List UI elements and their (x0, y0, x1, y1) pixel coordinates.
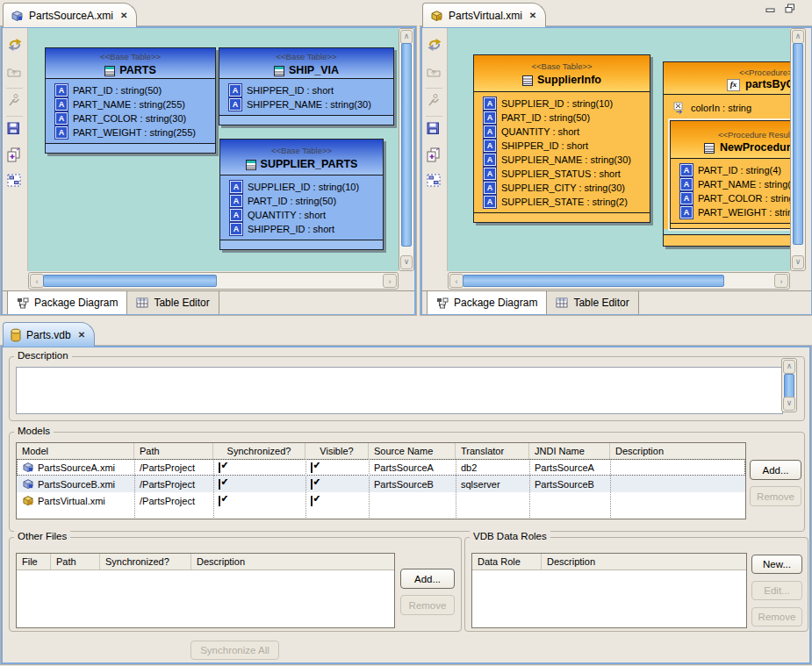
column-header-model[interactable]: Model (17, 443, 134, 459)
model-row-partssourcea[interactable]: PartsSourceA.xmi /PartsProject ✓ ✓ Parts… (17, 459, 745, 476)
scroll-right-button[interactable]: › (383, 274, 397, 288)
checkbox-visible[interactable]: ✓ (311, 479, 313, 490)
diagram-table-ship-via[interactable]: <<Base Table>> SHIP_VIA ASHIPPER_ID : sh… (219, 47, 394, 125)
other-files-table[interactable]: File Path Synchronized? Description (16, 553, 395, 628)
attribute-row[interactable]: ASUPPLIER_ID : string(10) (220, 180, 383, 194)
diagram-result-newprocedureresult[interactable]: <<Procedure Result>> NewProcedureResult … (670, 120, 790, 229)
checkbox-visible[interactable]: ✓ (311, 496, 313, 506)
refresh-icon[interactable] (427, 38, 442, 53)
attribute-row[interactable]: APART_WEIGHT : string(255) (46, 125, 215, 140)
attribute-row[interactable]: ASHIPPER_ID : short (219, 83, 393, 97)
data-roles-remove-button[interactable]: Remove (751, 607, 802, 627)
column-header-jndi-name[interactable]: JNDI Name (529, 443, 610, 459)
parameter-row[interactable]: colorIn : string (664, 95, 790, 120)
other-files-remove-button[interactable]: Remove (400, 595, 455, 615)
scroll-left-button[interactable]: ‹ (30, 274, 44, 288)
scroll-right-button[interactable]: › (774, 274, 788, 288)
diagram-procedure-partsbycolor[interactable]: <<Procedure>> fxpartsByColor colorIn : s… (663, 61, 790, 247)
attribute-row[interactable]: ASUPPLIER_STATE : string(2) (474, 195, 650, 209)
save-diagram-icon[interactable] (7, 122, 23, 137)
preview-data-icon[interactable] (427, 93, 442, 108)
model-row-partsvirtual[interactable]: PartsVirtual.xmi /PartsProject ✓ ✓ (17, 492, 745, 509)
tab-table-editor[interactable]: Table Editor (127, 291, 219, 314)
diagram-layout-icon[interactable] (7, 174, 23, 189)
checkbox-synchronized[interactable]: ✓ (219, 462, 220, 473)
close-icon[interactable]: ✕ (120, 11, 127, 20)
canvas-horizontal-scrollbar[interactable]: ‹ › (448, 272, 790, 290)
scroll-down-button[interactable]: ∨ (783, 397, 795, 411)
column-header-synchronized[interactable]: Synchronized? (100, 554, 191, 569)
scroll-up-button[interactable]: ∧ (783, 360, 795, 374)
refresh-icon[interactable] (7, 38, 23, 53)
up-level-icon[interactable] (7, 66, 23, 81)
clone-diagram-icon[interactable] (7, 147, 23, 162)
scrollbar-thumb[interactable] (793, 43, 803, 245)
attribute-row[interactable]: APART_NAME : string(255) (671, 177, 790, 191)
diagram-table-parts[interactable]: <<Base Table>> PARTS APART_ID : string(5… (45, 47, 216, 154)
attribute-row[interactable]: APART_ID : string(50) (220, 194, 383, 208)
canvas-vertical-scrollbar[interactable]: ∧ ∨ (399, 28, 414, 271)
scroll-up-button[interactable]: ∧ (792, 30, 804, 44)
models-add-button[interactable]: Add... (750, 460, 801, 480)
package-diagram-canvas[interactable]: <<Base Table>> SupplierInfo ASUPPLIER_ID… (448, 28, 790, 271)
tab-parts-vdb[interactable]: Parts.vdb ✕ (3, 322, 95, 347)
column-header-file[interactable]: File (17, 554, 51, 569)
model-row-partssourceb[interactable]: PartsSourceB.xmi /PartsProject ✓ ✓ Parts… (17, 476, 745, 492)
scrollbar-thumb[interactable] (784, 374, 794, 399)
attribute-row[interactable]: ASHIPPER_ID : short (474, 139, 650, 153)
attribute-row[interactable]: AQUANTITY : short (474, 125, 650, 139)
data-roles-edit-button[interactable]: Edit... (751, 581, 802, 600)
tab-package-diagram[interactable]: Package Diagram (427, 291, 547, 314)
column-header-source-name[interactable]: Source Name (369, 443, 456, 459)
checkbox-visible[interactable]: ✓ (311, 462, 313, 473)
column-header-description[interactable]: Description (191, 554, 394, 569)
close-icon[interactable]: ✕ (529, 11, 536, 20)
attribute-row[interactable]: APART_COLOR : string(30) (46, 111, 215, 125)
scrollbar-thumb[interactable] (463, 275, 724, 287)
scroll-up-button[interactable]: ∧ (400, 30, 413, 44)
description-scrollbar[interactable]: ∧ ∨ (781, 358, 797, 412)
attribute-row[interactable]: ASUPPLIER_ID : string(10) (474, 97, 650, 111)
column-header-translator[interactable]: Translator (456, 443, 529, 459)
column-header-description[interactable]: Description (542, 554, 746, 569)
column-header-visible[interactable]: Visible? (305, 443, 369, 459)
checkbox-synchronized[interactable]: ✓ (219, 496, 220, 506)
tab-partsvirtual-xmi[interactable]: PartsVirtual.xmi ✕ (422, 3, 546, 27)
attribute-row[interactable]: APART_ID : string(50) (474, 111, 650, 125)
scroll-down-button[interactable]: ∨ (400, 255, 413, 269)
attribute-row[interactable]: ASUPPLIER_STATUS : short (474, 167, 650, 181)
other-files-add-button[interactable]: Add... (400, 569, 455, 589)
tab-partssourcea-xmi[interactable]: PartsSourceA.xmi ✕ (3, 3, 137, 27)
clone-diagram-icon[interactable] (427, 147, 442, 162)
canvas-vertical-scrollbar[interactable]: ∧ ∨ (790, 28, 806, 271)
scroll-down-button[interactable]: ∨ (792, 255, 804, 269)
minimize-icon[interactable] (765, 5, 776, 13)
preview-data-icon[interactable] (7, 93, 23, 108)
column-header-path[interactable]: Path (51, 554, 100, 569)
attribute-row[interactable]: ASUPPLIER_NAME : string(30) (474, 153, 650, 167)
column-header-data-role[interactable]: Data Role (472, 554, 542, 569)
scrollbar-thumb[interactable] (43, 275, 217, 287)
tab-package-diagram[interactable]: Package Diagram (7, 291, 127, 314)
tab-table-editor[interactable]: Table Editor (547, 291, 638, 314)
column-header-synchronized[interactable]: Synchronized? (213, 443, 305, 459)
diagram-layout-icon[interactable] (427, 174, 442, 189)
data-roles-new-button[interactable]: New... (751, 555, 802, 574)
maximize-restore-icon[interactable] (785, 4, 795, 13)
attribute-row[interactable]: ASHIPPER_ID : short (220, 222, 383, 236)
close-icon[interactable]: ✕ (78, 331, 85, 340)
column-header-path[interactable]: Path (134, 443, 213, 459)
data-roles-table[interactable]: Data Role Description (471, 553, 747, 628)
column-header-description[interactable]: Description (610, 443, 744, 459)
attribute-row[interactable]: AQUANTITY : short (220, 208, 383, 222)
attribute-row[interactable]: APART_ID : string(4) (671, 163, 790, 177)
checkbox-synchronized[interactable]: ✓ (219, 479, 220, 490)
models-table[interactable]: Model Path Synchronized? Visible? Source… (16, 442, 746, 519)
save-diagram-icon[interactable] (427, 122, 442, 137)
models-remove-button[interactable]: Remove (750, 486, 801, 506)
canvas-horizontal-scrollbar[interactable]: ‹ › (28, 272, 399, 290)
diagram-table-supplier-parts[interactable]: <<Base Table>> SUPPLIER_PARTS ASUPPLIER_… (219, 139, 384, 250)
scroll-left-button[interactable]: ‹ (449, 274, 463, 288)
diagram-table-supplierinfo[interactable]: <<Base Table>> SupplierInfo ASUPPLIER_ID… (473, 54, 650, 223)
up-level-icon[interactable] (427, 66, 442, 81)
